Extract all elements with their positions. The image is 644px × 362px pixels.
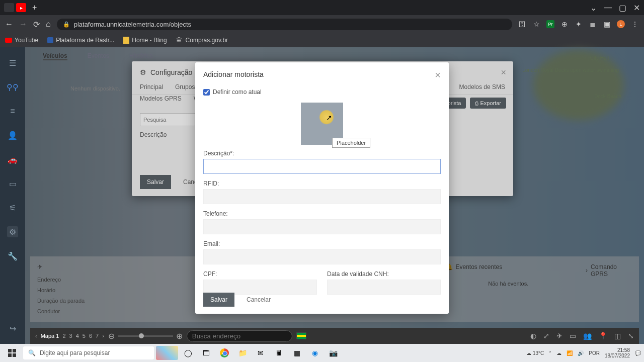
flag-brazil-icon[interactable]: [296, 332, 306, 339]
tool-icon-4[interactable]: ▭: [570, 332, 576, 340]
map-label[interactable]: Mapa 1: [41, 333, 59, 339]
tab-historico[interactable]: Histórico: [129, 52, 153, 60]
logout-icon[interactable]: ↪: [7, 323, 18, 334]
cfg-tab-sms[interactable]: Modelos de SMS: [459, 83, 505, 90]
extensions-icon[interactable]: ✦: [575, 20, 583, 28]
email-input[interactable]: [203, 249, 441, 264]
config-save-button[interactable]: Salvar: [140, 175, 171, 189]
tab-eventos[interactable]: Eventos: [88, 52, 109, 60]
desc-input[interactable]: [203, 159, 441, 174]
close-icon[interactable]: ✕: [633, 3, 640, 13]
driver-save-button[interactable]: Salvar: [203, 293, 234, 307]
tab-overview-icon[interactable]: ▣: [603, 20, 611, 28]
reload-button[interactable]: ⟳: [33, 20, 40, 29]
home-button[interactable]: ⌂: [46, 20, 51, 29]
page-2[interactable]: 2: [62, 333, 65, 339]
pins-icon[interactable]: ⚲⚲: [7, 81, 18, 93]
config-search-input[interactable]: [140, 113, 195, 126]
menu-icon[interactable]: ☰: [7, 57, 18, 68]
url-input[interactable]: 🔒 plataforma.unnicatelemetria.com/object…: [57, 19, 512, 30]
ext-plus-icon[interactable]: ⊕: [560, 20, 569, 28]
weather-widget[interactable]: ☁ 13°C: [526, 350, 544, 356]
zoom-slider[interactable]: [118, 335, 173, 337]
notifications-icon[interactable]: 💬: [635, 350, 641, 356]
svg-rect-3: [13, 353, 16, 357]
share-icon[interactable]: ⚟: [7, 202, 18, 213]
rfid-input[interactable]: [203, 189, 441, 204]
driver-cancel-button[interactable]: Cancelar: [239, 293, 278, 307]
tray-chevron-icon[interactable]: ˄: [549, 350, 551, 356]
chevron-down-icon[interactable]: ⌄: [590, 3, 597, 13]
bookmark-youtube[interactable]: YouTube: [5, 37, 38, 44]
tab-youtube[interactable]: ▸: [16, 3, 26, 12]
back-button[interactable]: ←: [5, 20, 13, 29]
tool-icon-5[interactable]: 👥: [583, 332, 592, 340]
page-prev[interactable]: ‹: [35, 333, 37, 339]
cfg-tab-gprs[interactable]: Modelos GPRS: [140, 95, 182, 102]
wrench-icon[interactable]: 🔧: [7, 250, 18, 261]
news-widget[interactable]: [156, 346, 178, 360]
phone-input[interactable]: [203, 219, 441, 234]
set-current-input[interactable]: [203, 89, 210, 96]
key-icon[interactable]: ⚿: [518, 20, 526, 28]
tray-lang-icon[interactable]: POR: [589, 350, 600, 356]
recent-events-title: Eventos recentes: [456, 263, 503, 270]
reading-list-icon[interactable]: ≣: [589, 20, 597, 28]
windows-search-input[interactable]: 🔍 Digite aqui para pesquisar: [23, 346, 154, 359]
tool-icon-3[interactable]: ✈: [556, 332, 562, 340]
zoom-out-icon[interactable]: ⊖: [108, 331, 115, 341]
teamviewer-icon[interactable]: ◉: [307, 345, 323, 360]
profile-avatar[interactable]: L: [617, 20, 625, 28]
address-search-input[interactable]: [187, 330, 292, 342]
bookmark-compras[interactable]: 🏛Compras.gov.br: [176, 37, 228, 44]
gear-icon[interactable]: ⚙: [7, 226, 18, 237]
config-close-button[interactable]: ×: [501, 67, 506, 78]
bookmark-bling[interactable]: Home - Bling: [123, 37, 167, 44]
calendar-icon[interactable]: ▭: [7, 178, 18, 189]
page-5[interactable]: 5: [83, 333, 86, 339]
tool-icon-2[interactable]: ⤢: [543, 332, 549, 340]
btn-exportar[interactable]: ⎙Exportar: [470, 98, 506, 109]
new-tab-button[interactable]: +: [32, 3, 37, 12]
page-4[interactable]: 4: [76, 333, 79, 339]
instagram-icon[interactable]: 📷: [325, 345, 341, 360]
clock[interactable]: 21:58 18/07/2022: [605, 347, 630, 358]
tool-icon-6[interactable]: 📍: [599, 332, 607, 340]
maximize-icon[interactable]: ▢: [619, 3, 626, 13]
star-icon[interactable]: ☆: [532, 20, 540, 28]
page-next[interactable]: ›: [102, 333, 104, 339]
user-icon[interactable]: 👤: [7, 130, 18, 141]
tray-cloud-icon[interactable]: ☁: [556, 350, 561, 356]
tray-wifi-icon[interactable]: 📶: [567, 350, 573, 356]
tab-veiculos[interactable]: Veículos: [43, 52, 67, 60]
photo-placeholder[interactable]: Placeholder: [301, 103, 343, 145]
bling-icon: [123, 37, 129, 44]
bookmark-plataforma[interactable]: Plataforma de Rastr...: [47, 37, 114, 44]
explorer-icon[interactable]: 🗔: [198, 345, 214, 360]
chrome-icon[interactable]: [216, 345, 232, 360]
tool-icon-1[interactable]: ◐: [530, 332, 536, 340]
tray-volume-icon[interactable]: 🔊: [578, 350, 584, 356]
zoom-in-icon[interactable]: ⊕: [176, 331, 183, 341]
cfg-tab-principal[interactable]: Principal: [140, 83, 163, 90]
minimize-icon[interactable]: —: [604, 3, 612, 13]
page-6[interactable]: 6: [89, 333, 92, 339]
modal-close-button[interactable]: ×: [435, 69, 441, 81]
calculator-icon[interactable]: 🖩: [271, 345, 287, 360]
page-7[interactable]: 7: [96, 333, 99, 339]
set-current-checkbox[interactable]: Definir como atual: [203, 88, 441, 96]
tab-1[interactable]: [4, 3, 14, 12]
folder-icon[interactable]: 📁: [234, 345, 251, 360]
cnh-input[interactable]: [327, 280, 441, 295]
start-button[interactable]: [3, 345, 21, 360]
tool-icon-8[interactable]: ⤡: [628, 332, 634, 340]
menu-icon[interactable]: ⋮: [631, 20, 639, 28]
list-icon[interactable]: ≡: [7, 106, 18, 117]
task-view-icon[interactable]: ◯: [180, 345, 196, 360]
car-icon[interactable]: 🚗: [7, 154, 18, 165]
store-icon[interactable]: ▦: [289, 345, 305, 360]
mail-icon[interactable]: ✉: [253, 345, 269, 360]
ext-pr-icon[interactable]: Pr: [546, 20, 554, 28]
tool-icon-7[interactable]: ◫: [614, 332, 621, 340]
page-3[interactable]: 3: [69, 333, 72, 339]
